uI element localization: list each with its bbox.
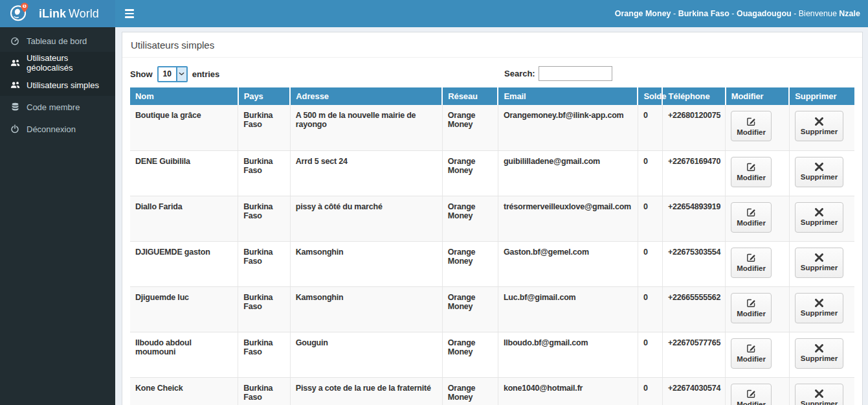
- entries-label: entries: [192, 69, 220, 79]
- cell-name: DJIGUEMDE gaston: [130, 241, 238, 286]
- delete-button[interactable]: Supprimer: [795, 111, 844, 141]
- cell-country: Burkina Faso: [238, 105, 291, 150]
- sidebar-item-label: Tableau de bord: [27, 36, 87, 46]
- cell-phone: +22665555562: [662, 286, 725, 332]
- edit-button[interactable]: Modifier: [731, 384, 772, 405]
- cell-name: Ilboudo abdoul moumouni: [130, 332, 238, 377]
- users-table: NomPaysAdresseRéseauEmailSoldeTéléphoneM…: [130, 87, 854, 405]
- cell-name: DENE Guibilila: [130, 150, 238, 196]
- cell-delete: Supprimer: [789, 332, 854, 377]
- globe-pin-logo-icon: $: [9, 1, 31, 26]
- cell-phone: +22674030574: [662, 377, 725, 405]
- cell-name: Diallo Farida: [130, 196, 238, 241]
- search-control: Search:: [504, 66, 612, 81]
- column-header-edit[interactable]: Modifier: [726, 87, 789, 105]
- column-header-balance[interactable]: Solde: [638, 87, 662, 105]
- delete-button[interactable]: Supprimer: [795, 293, 844, 323]
- sidebar-item-utilisateurs-geolocalises[interactable]: Utilisateurs géolocalisés: [0, 52, 115, 74]
- delete-button[interactable]: Supprimer: [795, 157, 844, 187]
- main-content: Utilisateurs simples Show 10 entries Sea…: [115, 27, 868, 405]
- delete-button[interactable]: Supprimer: [795, 338, 844, 369]
- cell-name: Boutique la grâce: [130, 105, 238, 150]
- cell-delete: Supprimer: [789, 241, 854, 286]
- edit-button-label: Modifier: [737, 400, 766, 405]
- cell-network: Orange Money: [442, 241, 498, 286]
- cell-email: Luc.bf@gimail.com: [498, 286, 638, 332]
- sidebar-item-deconnexion[interactable]: Déconnexion: [0, 118, 115, 140]
- cell-balance: 0: [638, 286, 662, 332]
- power-icon: [10, 124, 20, 133]
- hamburger-icon: [125, 9, 134, 18]
- cell-balance: 0: [638, 241, 662, 286]
- column-header-country[interactable]: Pays: [238, 87, 291, 105]
- database-icon: [10, 102, 20, 111]
- table-row: Diallo FaridaBurkina Fasopissy à côté du…: [130, 196, 854, 241]
- edit-button[interactable]: Modifier: [731, 202, 772, 233]
- sidebar-item-tableau-de-bord[interactable]: Tableau de bord: [0, 30, 115, 52]
- cell-phone: +22670577765: [662, 332, 725, 377]
- cell-email: kone1040@hotmail.fr: [498, 377, 638, 405]
- app-logo[interactable]: $ iLinkWorld: [0, 0, 115, 27]
- column-header-address[interactable]: Adresse: [290, 87, 442, 105]
- edit-button-label: Modifier: [737, 264, 766, 272]
- delete-button[interactable]: Supprimer: [795, 202, 844, 233]
- delete-button-label: Supprimer: [801, 128, 838, 135]
- edit-button[interactable]: Modifier: [731, 157, 772, 187]
- delete-button-label: Supprimer: [801, 354, 838, 362]
- cell-country: Burkina Faso: [238, 196, 291, 241]
- table-row: Djiguemde lucBurkina FasoKamsonghinOrang…: [130, 286, 854, 332]
- delete-button[interactable]: Supprimer: [795, 384, 844, 405]
- delete-button-label: Supprimer: [801, 264, 838, 272]
- column-header-email[interactable]: Email: [498, 87, 638, 105]
- edit-icon: [746, 253, 756, 262]
- cell-address: Arrd 5 sect 24: [290, 150, 442, 196]
- edit-button[interactable]: Modifier: [731, 111, 772, 141]
- edit-icon: [746, 117, 756, 126]
- cell-network: Orange Money: [442, 196, 498, 241]
- delete-button[interactable]: Supprimer: [795, 248, 844, 278]
- table-row: Kone CheickBurkina FasoPissy a cote de l…: [130, 377, 854, 405]
- cell-edit: Modifier: [726, 286, 789, 332]
- column-header-network[interactable]: Réseau: [442, 87, 498, 105]
- x-icon: [815, 208, 823, 216]
- cell-network: Orange Money: [442, 332, 498, 377]
- table-header-row: NomPaysAdresseRéseauEmailSoldeTéléphoneM…: [130, 87, 854, 105]
- cell-phone: +22676169470: [662, 150, 725, 196]
- search-label: Search:: [504, 69, 535, 78]
- table-row: DENE GuibililaBurkina FasoArrd 5 sect 24…: [130, 150, 854, 196]
- users-icon: [10, 59, 20, 67]
- column-header-phone[interactable]: Téléphone: [662, 87, 725, 105]
- page-size-value: 10: [159, 67, 176, 81]
- column-header-name[interactable]: Nom: [130, 87, 238, 105]
- cell-balance: 0: [638, 150, 662, 196]
- search-input[interactable]: [539, 66, 612, 81]
- cell-network: Orange Money: [442, 105, 498, 150]
- cell-edit: Modifier: [726, 196, 789, 241]
- x-icon: [815, 163, 823, 171]
- cell-delete: Supprimer: [789, 105, 854, 150]
- column-header-delete[interactable]: Supprimer: [789, 87, 854, 105]
- dashboard-icon: [10, 36, 20, 45]
- cell-name: Kone Cheick: [130, 377, 238, 405]
- delete-button-label: Supprimer: [801, 173, 838, 181]
- cell-phone: +22675303554: [662, 241, 725, 286]
- edit-icon: [746, 343, 756, 353]
- sidebar-item-utilisateurs-simples[interactable]: Utilisateurs simples: [0, 74, 115, 96]
- edit-button[interactable]: Modifier: [731, 338, 772, 369]
- sidebar-item-label: Utilisateurs simples: [27, 80, 99, 90]
- edit-button-label: Modifier: [737, 174, 766, 181]
- edit-button[interactable]: Modifier: [731, 248, 772, 278]
- delete-button-label: Supprimer: [801, 309, 838, 317]
- users-icon: [10, 81, 20, 89]
- session-info: Orange Money - Burkina Faso - Ouagadougo…: [615, 9, 868, 18]
- page-size-select[interactable]: 10: [157, 66, 188, 82]
- cell-address: pissy à côté du marché: [290, 196, 442, 241]
- cell-address: Kamsonghin: [290, 241, 442, 286]
- cell-balance: 0: [638, 196, 662, 241]
- edit-button[interactable]: Modifier: [731, 293, 772, 323]
- hamburger-menu-button[interactable]: [115, 0, 144, 27]
- sidebar-item-code-membre[interactable]: Code membre: [0, 96, 115, 118]
- cell-delete: Supprimer: [789, 196, 854, 241]
- cell-country: Burkina Faso: [238, 286, 291, 332]
- edit-button-label: Modifier: [737, 310, 766, 318]
